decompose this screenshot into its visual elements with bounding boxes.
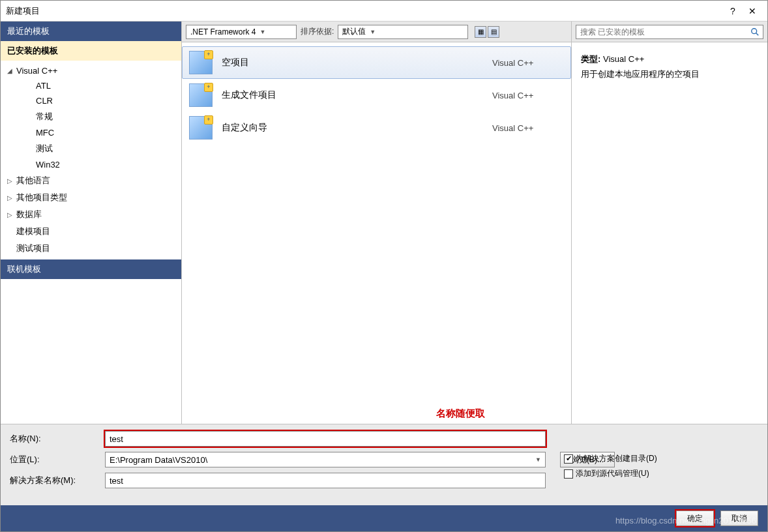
search-input[interactable] [579,26,750,38]
form-area: 名称(N): 位置(L): E:\Program Data\VS2010\ ▼ … [1,424,767,505]
tree-sibling[interactable]: 建模项目 [1,223,181,240]
tree-child[interactable]: ATL [1,78,181,93]
annotation-text: 名称随便取 [436,407,485,420]
template-custom-wizard[interactable]: 自定义向导 Visual C++ [182,111,571,144]
help-button[interactable]: ? [723,3,743,19]
template-list: 空项目 Visual C++ 生成文件项目 Visual C++ 自定义向导 V… [182,42,571,424]
sidebar: 最近的模板 已安装的模板 ◢ Visual C++ ATL CLR 常规 MFC… [1,22,182,424]
chevron-down-icon: ▼ [535,456,541,463]
project-icon [189,83,213,107]
collapsed-icon: ▷ [7,194,16,201]
window-title: 新建项目 [6,5,40,17]
location-label: 位置(L): [10,454,101,466]
info-panel: 类型: Visual C++ 用于创建本地应用程序的空项目 [572,42,767,91]
expand-icon: ◢ [7,67,16,74]
tree-sibling[interactable]: 测试项目 [1,240,181,257]
tree-child[interactable]: 测试 [1,140,181,157]
type-label: 类型: [581,54,600,64]
create-dir-label: 为解决方案创建目录(D) [576,453,657,464]
type-value: Visual C++ [603,54,644,64]
description: 用于创建本地应用程序的空项目 [581,66,758,81]
tree-child[interactable]: CLR [1,93,181,108]
name-label: 名称(N): [10,433,101,445]
chevron-down-icon: ▼ [259,29,265,35]
name-field[interactable] [105,431,546,447]
close-button[interactable]: ✕ [743,3,762,19]
template-tree: ◢ Visual C++ ATL CLR 常规 MFC 测试 Win32 ▷其他… [1,61,181,259]
location-field[interactable]: E:\Program Data\VS2010\ ▼ [105,452,546,467]
sort-selector[interactable]: 默认值 ▼ [338,25,468,39]
framework-selector[interactable]: .NET Framework 4 ▼ [186,25,297,39]
sidebar-recent-templates[interactable]: 最近的模板 [1,22,181,41]
tree-child[interactable]: Win32 [1,157,181,172]
project-icon [189,116,213,140]
toolbar: .NET Framework 4 ▼ 排序依据: 默认值 ▼ ▦ ▤ [182,22,571,42]
search-icon[interactable] [750,27,760,37]
chevron-down-icon: ▼ [370,29,376,35]
tree-child[interactable]: MFC [1,125,181,140]
add-scc-checkbox[interactable] [564,469,573,479]
template-makefile-project[interactable]: 生成文件项目 Visual C++ [182,79,571,111]
sidebar-installed-templates[interactable]: 已安装的模板 [1,41,181,61]
view-small-icon[interactable]: ▦ [475,26,486,38]
new-project-dialog: 新建项目 ? ✕ 最近的模板 已安装的模板 ◢ Visual C++ ATL C… [0,0,768,532]
solution-name-field[interactable] [105,473,546,488]
tree-root-visual-cpp[interactable]: ◢ Visual C++ [1,63,181,78]
solution-name-label: 解决方案名称(M): [10,475,101,486]
sidebar-online-templates[interactable]: 联机模板 [1,259,181,279]
tree-sibling[interactable]: ▷其他项目类型 [1,189,181,206]
sort-label: 排序依据: [301,26,334,37]
cancel-button[interactable]: 取消 [720,510,758,526]
add-scc-label: 添加到源代码管理(U) [576,468,649,479]
tree-child[interactable]: 常规 [1,108,181,125]
titlebar: 新建项目 ? ✕ [1,1,767,22]
tree-sibling[interactable]: ▷其他语言 [1,172,181,189]
ok-button[interactable]: 确定 [676,510,714,526]
create-dir-checkbox[interactable]: ✔ [564,454,573,464]
svg-point-0 [752,28,757,33]
dialog-footer: 确定 取消 [1,505,767,531]
collapsed-icon: ▷ [7,211,16,218]
collapsed-icon: ▷ [7,177,16,185]
tree-sibling[interactable]: ▷数据库 [1,206,181,223]
search-input-wrapper[interactable] [576,25,763,39]
svg-line-1 [756,33,759,35]
project-icon [189,51,213,74]
template-empty-project[interactable]: 空项目 Visual C++ [182,46,571,79]
view-medium-icon[interactable]: ▤ [488,26,499,38]
